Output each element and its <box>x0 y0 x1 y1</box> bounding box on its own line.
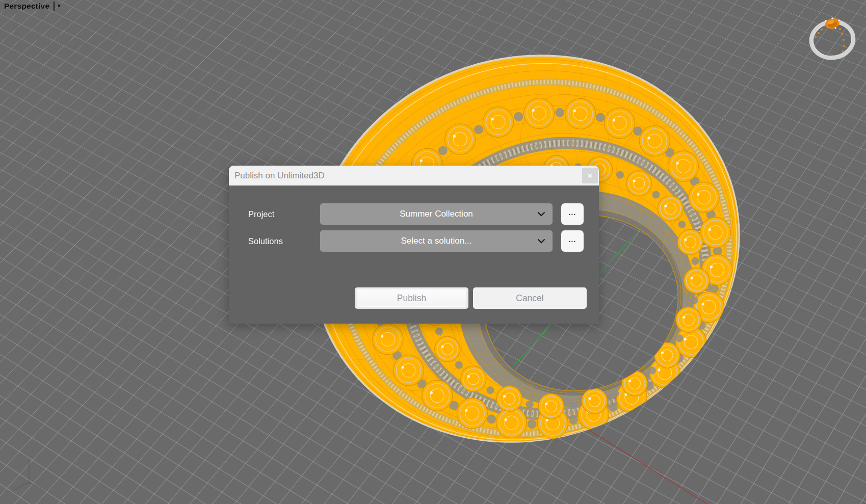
project-browse-button[interactable]: ... <box>561 203 584 225</box>
solutions-dropdown-value: Select a solution... <box>401 236 472 246</box>
ellipsis-icon: ... <box>569 237 576 242</box>
viewport-title-menu[interactable]: Perspective ▼ <box>4 2 62 11</box>
ellipsis-icon: ... <box>569 210 576 215</box>
project-dropdown[interactable]: Summer Collection <box>320 203 553 225</box>
publish-dialog: Publish on Unlimited3D × Project Summer … <box>229 166 599 324</box>
dialog-title-bar[interactable]: Publish on Unlimited3D × <box>229 166 599 185</box>
close-icon: × <box>588 172 592 179</box>
project-dropdown-value: Summer Collection <box>400 209 473 219</box>
publish-button[interactable]: Publish <box>355 287 468 309</box>
viewport-menu-separator <box>54 2 55 11</box>
solutions-label: Solutions <box>248 230 283 252</box>
cancel-button[interactable]: Cancel <box>473 287 587 309</box>
publish-button-label: Publish <box>397 293 426 304</box>
cancel-button-label: Cancel <box>516 293 543 304</box>
viewport-menu-arrow-icon: ▼ <box>57 4 62 9</box>
project-label: Project <box>248 203 274 225</box>
publish-button-inner: Publish <box>357 289 466 307</box>
ring-preview-thumbnail <box>808 17 856 61</box>
viewport-title: Perspective <box>4 2 49 11</box>
chevron-down-icon <box>537 238 545 244</box>
dialog-title: Publish on Unlimited3D <box>234 171 325 181</box>
viewport-3d: Perspective ▼ Publish on Unlimited3D × P… <box>0 0 866 504</box>
world-axes-icon <box>14 460 46 491</box>
solutions-dropdown[interactable]: Select a solution... <box>320 230 553 252</box>
chevron-down-icon <box>537 211 545 217</box>
close-button[interactable]: × <box>582 168 598 183</box>
solutions-browse-button[interactable]: ... <box>561 230 584 252</box>
